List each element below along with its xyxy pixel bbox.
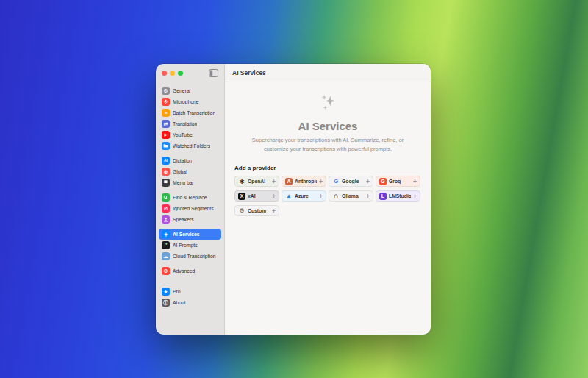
anthropic-logo-icon: A — [285, 178, 293, 185]
sidebar-item-youtube[interactable]: ▶ YouTube — [159, 129, 221, 140]
gear-icon: ⚙ — [162, 87, 170, 95]
plus-icon[interactable]: + — [272, 179, 276, 185]
sidebar: ⚙ General Microphone ≡ Batch Transcripti… — [156, 64, 225, 335]
prompt-icon: ” — [162, 241, 170, 249]
sidebar-item-dictation[interactable]: AI Dictation — [159, 155, 221, 166]
page-description: Supercharge your transcriptions with AI.… — [246, 136, 409, 153]
groq-logo-icon: G — [379, 178, 387, 185]
window-titlebar[interactable]: AI Services — [225, 64, 431, 82]
sidebar-group-separator — [159, 277, 221, 286]
plus-icon[interactable]: + — [319, 179, 323, 185]
sidebar-item-find-replace[interactable]: Find & Replace — [159, 192, 221, 203]
sidebar-toggle-icon[interactable] — [209, 69, 218, 77]
sidebar-item-general[interactable]: ⚙ General — [159, 85, 221, 96]
provider-chip-xai[interactable]: X xAI + — [234, 190, 279, 202]
provider-chip-groq[interactable]: G Groq + — [376, 176, 420, 187]
provider-grid: ∗ OpenAI + A Anthropic + G Google + — [234, 176, 421, 216]
advanced-gear-icon: ⚙ — [162, 267, 170, 275]
plus-icon[interactable]: + — [319, 193, 323, 200]
sidebar-item-about[interactable]: ⓘ About — [159, 297, 221, 308]
sparkles-icon — [162, 230, 170, 238]
magnifier-icon — [162, 193, 170, 202]
close-button[interactable] — [162, 71, 167, 76]
sidebar-titlebar[interactable] — [156, 64, 224, 82]
plus-icon[interactable]: + — [413, 193, 417, 200]
ai-badge-icon: AI — [162, 157, 170, 165]
minimize-button[interactable] — [170, 71, 175, 76]
microphone-icon — [162, 98, 170, 106]
menubar-icon: ▀ — [162, 179, 170, 187]
ollama-logo-icon: ∩ — [332, 193, 340, 200]
folder-icon — [162, 142, 170, 150]
plus-icon[interactable]: + — [366, 193, 370, 200]
provider-chip-google[interactable]: G Google + — [329, 176, 373, 187]
content-pane: AI Services AI Services Supercharge your… — [225, 64, 431, 335]
plus-icon[interactable]: + — [272, 208, 276, 215]
plus-icon[interactable]: + — [366, 179, 370, 185]
cloud-icon: ☁ — [162, 252, 170, 260]
youtube-icon: ▶ — [162, 131, 170, 139]
provider-chip-ollama[interactable]: ∩ Ollama + — [329, 190, 373, 202]
info-icon: ⓘ — [162, 299, 170, 307]
provider-chip-openai[interactable]: ∗ OpenAI + — [234, 176, 279, 187]
sidebar-item-translation[interactable]: ⇄ Translation — [159, 118, 221, 129]
sidebar-item-ai-prompts[interactable]: ” AI Prompts — [159, 240, 221, 251]
provider-chip-azure[interactable]: ▲ Azure + — [282, 190, 326, 202]
sidebar-item-batch-transcription[interactable]: ≡ Batch Transcription — [159, 107, 221, 118]
stack-icon: ≡ — [162, 109, 170, 117]
sidebar-item-watched-folders[interactable]: Watched Folders — [159, 140, 221, 151]
translate-icon: ⇄ — [162, 120, 170, 128]
plus-icon[interactable]: + — [272, 193, 276, 200]
slash-icon: ⊘ — [162, 204, 170, 213]
azure-logo-icon: ▲ — [285, 193, 293, 200]
sidebar-item-ignored-segments[interactable]: ⊘ Ignored Segments — [159, 203, 221, 214]
sidebar-item-ai-services[interactable]: AI Services — [159, 229, 221, 240]
sidebar-item-menu-bar[interactable]: ▀ Menu bar — [159, 177, 221, 188]
sidebar-list: ⚙ General Microphone ≡ Batch Transcripti… — [156, 82, 224, 308]
sidebar-item-cloud-transcription[interactable]: ☁ Cloud Transcription — [159, 251, 221, 262]
window-title: AI Services — [232, 69, 266, 76]
sidebar-item-microphone[interactable]: Microphone — [159, 96, 221, 107]
page-title: AI Services — [234, 120, 421, 132]
globe-icon: ⊕ — [162, 168, 170, 176]
plus-icon[interactable]: + — [413, 179, 417, 185]
provider-chip-lmstudio[interactable]: L LMStudio + — [376, 190, 420, 202]
openai-logo-icon: ∗ — [238, 178, 245, 185]
hero-section: AI Services Supercharge your transcripti… — [234, 88, 421, 153]
provider-chip-custom[interactable]: ⚙ Custom + — [234, 205, 279, 216]
sidebar-item-advanced[interactable]: ⚙ Advanced — [159, 265, 221, 277]
xai-logo-icon: X — [238, 193, 245, 200]
sidebar-item-pro[interactable]: ★ Pro — [159, 286, 221, 297]
person-icon — [162, 215, 170, 224]
sidebar-item-global[interactable]: ⊕ Global — [159, 166, 221, 177]
lmstudio-logo-icon: L — [379, 193, 387, 200]
google-logo-icon: G — [332, 178, 340, 185]
sparkles-hero-icon — [318, 93, 337, 112]
zoom-button[interactable] — [178, 71, 183, 76]
settings-window: ⚙ General Microphone ≡ Batch Transcripti… — [156, 64, 431, 335]
add-provider-heading: Add a provider — [234, 165, 421, 171]
desktop-wallpaper: ⚙ General Microphone ≡ Batch Transcripti… — [0, 0, 588, 378]
pro-star-icon: ★ — [162, 288, 170, 296]
provider-chip-anthropic[interactable]: A Anthropic + — [282, 176, 326, 187]
ai-services-panel: AI Services Supercharge your transcripti… — [225, 82, 431, 335]
custom-gear-icon: ⚙ — [238, 207, 245, 215]
sidebar-item-speakers[interactable]: Speakers — [159, 214, 221, 225]
